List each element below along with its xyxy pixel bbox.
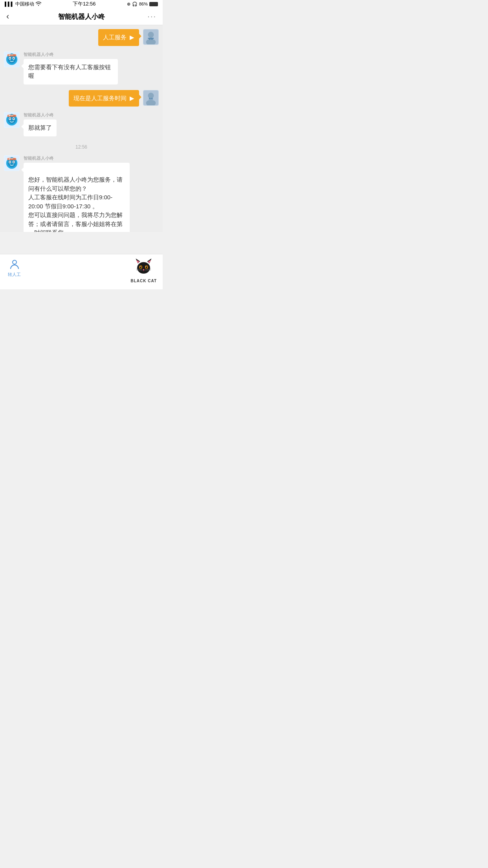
sender-name: 智能机器人小咚 — [24, 51, 122, 57]
svg-point-39 — [13, 260, 17, 264]
svg-point-27 — [9, 118, 11, 120]
svg-rect-29 — [7, 115, 17, 117]
message-bubble: 现在是人工服务时间 ▶ — [69, 90, 139, 107]
lock-icon: ⊕ — [127, 2, 130, 7]
message-text: 那就算了 — [28, 124, 52, 131]
message-bubble: 那就算了 — [24, 120, 57, 136]
avatar — [143, 29, 159, 45]
nav-title: 智能机器人小咚 — [58, 8, 105, 25]
auto-message-bubble: 您好，智能机器人小咚为您服务，请问有什么可以帮您的？ 人工客服在线时间为工作日9… — [24, 163, 130, 232]
svg-point-13 — [13, 57, 14, 59]
svg-point-36 — [9, 161, 11, 162]
message-row: 现在是人工服务时间 ▶ — [4, 90, 159, 107]
transfer-to-human-tab[interactable]: 转人工 — [8, 258, 21, 278]
person-icon — [9, 258, 20, 270]
svg-point-28 — [13, 118, 14, 120]
status-right: ⊕ 🎧 86% — [127, 2, 158, 7]
wifi-icon — [36, 1, 41, 7]
svg-point-20 — [151, 97, 152, 99]
message-row: 智能机器人小咚 您好，智能机器人小咚为您服务，请问有什么可以帮您的？ 人工客服在… — [4, 155, 159, 232]
svg-rect-18 — [149, 98, 153, 99]
svg-point-41 — [137, 262, 150, 274]
message-content: 智能机器人小咚 您需要看下有没有人工客服按钮喔 — [20, 51, 122, 85]
status-left: ▌▌▌ 中国移动 — [5, 1, 41, 7]
carrier-label: 中国移动 — [15, 1, 34, 7]
blackcat-logo-area: BLACK CAT — [130, 256, 157, 283]
message-text: 人工服务 — [103, 34, 127, 40]
blackcat-text: BLACK CAT — [130, 279, 157, 283]
svg-point-52 — [143, 269, 145, 270]
avatar — [4, 155, 20, 171]
nav-bar: ‹ 智能机器人小咚 ··· — [0, 8, 163, 25]
svg-point-12 — [9, 57, 11, 59]
message-text: 您需要看下有没有人工客服按钮喔 — [28, 64, 111, 79]
avatar — [4, 51, 20, 67]
sender-name: 智能机器人小咚 — [24, 155, 134, 161]
message-content: 现在是人工服务时间 ▶ — [65, 90, 143, 107]
headphone-icon: 🎧 — [132, 2, 138, 7]
svg-point-37 — [13, 161, 14, 162]
avatar — [143, 90, 159, 106]
message-content: 智能机器人小咚 那就算了 — [20, 112, 61, 136]
blackcat-icon — [133, 256, 154, 278]
status-time: 下午12:56 — [73, 0, 96, 7]
svg-rect-14 — [7, 54, 17, 56]
bottom-bar: 转人工 — [0, 254, 163, 289]
message-bubble: 您需要看下有没有人工客服按钮喔 — [24, 59, 118, 85]
message-content: 智能机器人小咚 您好，智能机器人小咚为您服务，请问有什么可以帮您的？ 人工客服在… — [20, 155, 134, 232]
chat-area: 人工服务 ▶ 智能机器人小咚 — [0, 25, 163, 232]
message-row: 智能机器人小咚 那就算了 — [4, 112, 159, 136]
arrow-icon: ▶ — [130, 34, 134, 40]
svg-point-51 — [146, 266, 147, 267]
signal-icon: ▌▌▌ — [5, 2, 14, 6]
arrow-icon: ▶ — [130, 95, 134, 101]
svg-point-19 — [149, 97, 150, 99]
transfer-label: 转人工 — [8, 272, 21, 278]
message-content: 人工服务 ▶ — [94, 29, 143, 46]
battery-icon — [149, 2, 158, 6]
auto-message-text: 您好，智能机器人小咚为您服务，请问有什么可以帮您的？ 人工客服在线时间为工作日9… — [28, 176, 123, 232]
svg-point-16 — [148, 92, 154, 98]
message-row: 人工服务 ▶ — [4, 29, 159, 46]
timestamp: 12:56 — [4, 144, 159, 150]
back-button[interactable]: ‹ — [6, 12, 9, 21]
message-row: 智能机器人小咚 您需要看下有没有人工客服按钮喔 — [4, 51, 159, 85]
battery-label: 86% — [139, 2, 148, 6]
more-button[interactable]: ··· — [147, 12, 156, 21]
svg-rect-5 — [148, 38, 154, 39]
svg-point-50 — [140, 266, 141, 267]
status-bar: ▌▌▌ 中国移动 下午12:56 ⊕ 🎧 86% — [0, 0, 163, 8]
sender-name: 智能机器人小咚 — [24, 112, 61, 118]
svg-rect-38 — [7, 158, 17, 160]
message-bubble: 人工服务 ▶ — [98, 29, 139, 46]
message-text: 现在是人工服务时间 — [73, 95, 127, 101]
svg-point-1 — [148, 32, 154, 38]
avatar — [4, 112, 20, 128]
